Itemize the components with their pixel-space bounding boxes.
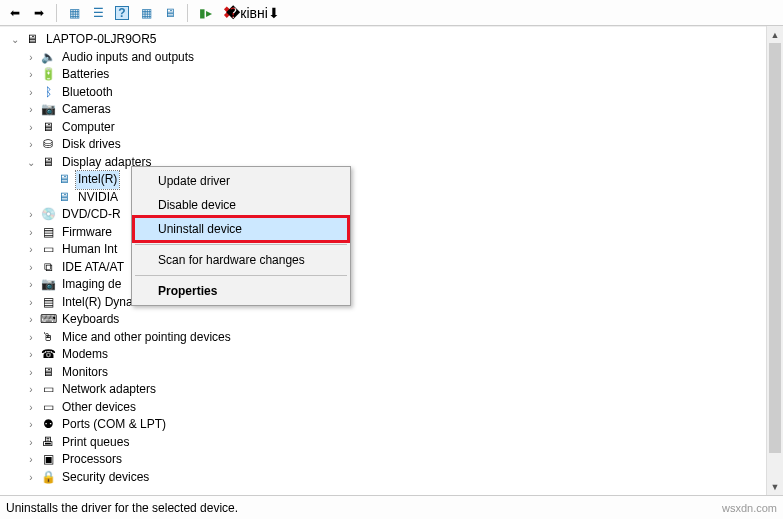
- device-icon: 🖥: [56, 189, 72, 205]
- scroll-up-button[interactable]: ▲: [767, 26, 783, 43]
- category-label: Mice and other pointing devices: [60, 329, 233, 347]
- tree-category[interactable]: ›▭Network adapters: [8, 381, 783, 399]
- chevron-right-icon[interactable]: ›: [24, 68, 38, 82]
- ctx-disable-device[interactable]: Disable device: [134, 193, 348, 217]
- chevron-right-icon[interactable]: ›: [24, 120, 38, 134]
- category-icon: ▭: [40, 382, 56, 398]
- chevron-down-icon[interactable]: ⌄: [8, 33, 22, 47]
- tree-category[interactable]: ›⚉Ports (COM & LPT): [8, 416, 783, 434]
- tree-category[interactable]: ›🖶Print queues: [8, 434, 783, 452]
- category-label: Print queues: [60, 434, 131, 452]
- status-text: Uninstalls the driver for the selected d…: [6, 501, 238, 515]
- scroll-thumb[interactable]: [769, 43, 781, 453]
- chevron-right-icon[interactable]: ›: [24, 418, 38, 432]
- uninstall-button[interactable]: �ківні⬇: [242, 2, 264, 24]
- tree-category[interactable]: ⌄🖥Display adapters: [8, 154, 783, 172]
- device-label: NVIDIA: [76, 189, 120, 207]
- enable-icon: ▮▸: [199, 6, 212, 20]
- help-button[interactable]: ?: [111, 2, 133, 24]
- tree-device[interactable]: 🖥Intel(R): [8, 171, 783, 189]
- enable-button[interactable]: ▮▸: [194, 2, 216, 24]
- tree-category[interactable]: ›🖥Computer: [8, 119, 783, 137]
- chevron-down-icon[interactable]: ⌄: [24, 155, 38, 169]
- ctx-separator: [135, 244, 347, 245]
- category-label: Ports (COM & LPT): [60, 416, 168, 434]
- tree-category[interactable]: ›☎Modems: [8, 346, 783, 364]
- chevron-right-icon[interactable]: ›: [24, 208, 38, 222]
- chevron-right-icon[interactable]: ›: [24, 313, 38, 327]
- chevron-right-icon[interactable]: ›: [24, 470, 38, 484]
- tree-category[interactable]: ›▣Processors: [8, 451, 783, 469]
- chevron-right-icon[interactable]: ›: [24, 383, 38, 397]
- view-button[interactable]: ▦: [135, 2, 157, 24]
- category-label: Disk drives: [60, 136, 123, 154]
- category-label: Other devices: [60, 399, 138, 417]
- scroll-down-button[interactable]: ▼: [767, 478, 783, 495]
- scan-button[interactable]: 🖥: [159, 2, 181, 24]
- tree-category[interactable]: ›💿DVD/CD-R: [8, 206, 783, 224]
- status-bar: Uninstalls the driver for the selected d…: [0, 495, 783, 519]
- tree-category[interactable]: ›🖱Mice and other pointing devices: [8, 329, 783, 347]
- tree-category[interactable]: ›▭Other devices: [8, 399, 783, 417]
- tree-category[interactable]: ›▤Firmware: [8, 224, 783, 242]
- chevron-right-icon[interactable]: ›: [24, 435, 38, 449]
- tree-category[interactable]: ›▤Intel(R) Dynamic Platform and Thermal …: [8, 294, 783, 312]
- tree-area: ⌄ 🖥 LAPTOP-0LJR9OR5 ›🔈Audio inputs and o…: [0, 26, 783, 495]
- tree-category[interactable]: ›⧉IDE ATA/AT: [8, 259, 783, 277]
- category-icon: ▣: [40, 452, 56, 468]
- tree-category[interactable]: ›📷Imaging de: [8, 276, 783, 294]
- forward-button[interactable]: ➡: [28, 2, 50, 24]
- category-icon: 🖥: [40, 154, 56, 170]
- category-icon: 🔒: [40, 469, 56, 485]
- tree-category[interactable]: ›🔋Batteries: [8, 66, 783, 84]
- chevron-right-icon[interactable]: ›: [24, 400, 38, 414]
- back-icon: ⬅: [10, 6, 20, 20]
- category-icon: 🖥: [40, 364, 56, 380]
- ctx-update-driver[interactable]: Update driver: [134, 169, 348, 193]
- category-icon: ᛒ: [40, 84, 56, 100]
- chevron-right-icon[interactable]: ›: [24, 295, 38, 309]
- watermark: wsxdn.com: [722, 502, 777, 514]
- category-icon: ▤: [40, 224, 56, 240]
- chevron-right-icon[interactable]: ›: [24, 243, 38, 257]
- vertical-scrollbar[interactable]: ▲ ▼: [766, 26, 783, 495]
- chevron-right-icon[interactable]: ›: [24, 138, 38, 152]
- ctx-uninstall-device[interactable]: Uninstall device: [134, 217, 348, 241]
- chevron-right-icon[interactable]: ›: [24, 348, 38, 362]
- tree-category[interactable]: ›🔒Security devices: [8, 469, 783, 487]
- tree-device[interactable]: 🖥NVIDIA: [8, 189, 783, 207]
- category-label: Security devices: [60, 469, 151, 487]
- category-icon: 📷: [40, 102, 56, 118]
- chevron-right-icon[interactable]: ›: [24, 225, 38, 239]
- tree-category[interactable]: ›🖥Monitors: [8, 364, 783, 382]
- tree-category[interactable]: ›🔈Audio inputs and outputs: [8, 49, 783, 67]
- category-label: Batteries: [60, 66, 111, 84]
- chevron-right-icon[interactable]: ›: [24, 278, 38, 292]
- tree-category[interactable]: ›ᛒBluetooth: [8, 84, 783, 102]
- category-label: Firmware: [60, 224, 114, 242]
- chevron-right-icon[interactable]: ›: [24, 260, 38, 274]
- show-hidden-button[interactable]: ▦: [63, 2, 85, 24]
- tree-root[interactable]: ⌄ 🖥 LAPTOP-0LJR9OR5: [8, 31, 783, 49]
- tree-category[interactable]: ›⌨Keyboards: [8, 311, 783, 329]
- tree-category[interactable]: ›⛁Disk drives: [8, 136, 783, 154]
- chevron-right-icon[interactable]: ›: [24, 365, 38, 379]
- category-icon: 📷: [40, 277, 56, 293]
- ctx-properties[interactable]: Properties: [134, 279, 348, 303]
- back-button[interactable]: ⬅: [4, 2, 26, 24]
- chevron-right-icon[interactable]: ›: [24, 103, 38, 117]
- category-icon: ⌨: [40, 312, 56, 328]
- category-icon: 💿: [40, 207, 56, 223]
- chevron-right-icon[interactable]: ›: [24, 330, 38, 344]
- category-icon: ⧉: [40, 259, 56, 275]
- tree-category[interactable]: ›▭Human Int: [8, 241, 783, 259]
- root-label: LAPTOP-0LJR9OR5: [44, 31, 159, 49]
- ctx-scan-hardware[interactable]: Scan for hardware changes: [134, 248, 348, 272]
- chevron-right-icon[interactable]: ›: [24, 453, 38, 467]
- properties-button[interactable]: ☰: [87, 2, 109, 24]
- chevron-right-icon[interactable]: ›: [24, 85, 38, 99]
- category-label: Computer: [60, 119, 117, 137]
- chevron-right-icon[interactable]: ›: [24, 50, 38, 64]
- device-tree[interactable]: ⌄ 🖥 LAPTOP-0LJR9OR5 ›🔈Audio inputs and o…: [0, 27, 783, 486]
- tree-category[interactable]: ›📷Cameras: [8, 101, 783, 119]
